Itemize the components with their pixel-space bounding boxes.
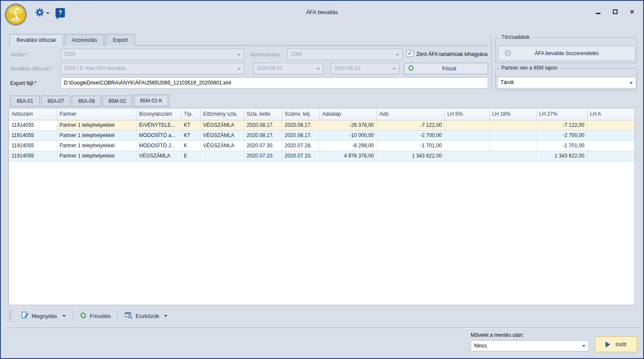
partner-nev-combo[interactable]: Tárolt	[497, 77, 636, 88]
cell-szamv-telj[interactable]: 2020.08.17.	[282, 130, 319, 140]
cell-lha[interactable]	[587, 140, 635, 151]
table-row[interactable]: 11914055 Partner 1 telephelyekkel MÓDOSÍ…	[9, 130, 635, 140]
table-row[interactable]: 11914055 Partner 1 telephelyekkel MÓDOSÍ…	[9, 140, 635, 151]
cell-adoalap[interactable]: -10 000,00	[319, 130, 377, 140]
cell-adoszam[interactable]: 11914055	[9, 120, 57, 130]
cell-elozmeny-szla[interactable]: VÉGSZÁMLA	[200, 140, 244, 151]
cell-lh18[interactable]	[489, 140, 536, 151]
cell-lh18[interactable]	[489, 130, 536, 140]
cell-lh27[interactable]: -1 701,00	[536, 140, 587, 151]
cell-lh5[interactable]	[445, 130, 489, 140]
col-header-elozmeny-szla[interactable]: Előzmény szla.	[200, 108, 244, 120]
minimize-button[interactable]	[594, 7, 601, 16]
megnyitas-button[interactable]: Megnyitás	[16, 309, 71, 323]
tab-65m-02[interactable]: 65M-02	[102, 96, 132, 107]
cell-lha[interactable]	[587, 151, 635, 161]
cell-adoalap[interactable]: -26 378,00	[319, 120, 377, 130]
col-header-adoalap[interactable]: Adóalap	[319, 108, 377, 120]
cell-ado[interactable]: -7 122,00	[377, 120, 445, 130]
zero-afa-checkbox-label[interactable]: Zéró ÁFA tartalmúak kihagyása	[416, 51, 488, 57]
cell-partner[interactable]: Partner 1 telephelyekkel	[57, 130, 136, 140]
col-header-lh27[interactable]: LH 27%	[536, 108, 587, 120]
cell-szla-kelte[interactable]: 2020.07.30.	[244, 140, 282, 151]
table-row[interactable]: 11914055 Partner 1 telephelyekkel VÉGSZÁ…	[9, 151, 635, 161]
toolbar-grip-handle[interactable]	[9, 310, 12, 322]
cell-bizonylatszam[interactable]: MÓDOSÍTÓ a...	[136, 130, 181, 140]
close-button[interactable]: ×	[629, 7, 635, 16]
cell-lh5[interactable]	[445, 151, 489, 161]
cell-bizonylatszam[interactable]: ÉrVÉNYTELE...	[136, 120, 181, 130]
cell-tip[interactable]: KT	[181, 130, 200, 140]
cell-szla-kelte[interactable]: 2020.08.17.	[244, 120, 282, 130]
cell-szamv-telj[interactable]: 2020.07.28.	[282, 140, 319, 151]
col-header-bizonylatszam[interactable]: Bizonylatszám	[136, 108, 181, 120]
date-to-combo[interactable]: 2020.08.31.	[331, 63, 399, 74]
tab-bevallasi-idoszak[interactable]: Bevallási időszak	[9, 34, 63, 46]
eszkozok-button[interactable]: Eszközök	[120, 309, 173, 323]
col-header-szla-kelte[interactable]: Szla. kelte	[244, 108, 282, 120]
tab-65a-01[interactable]: 65A-01	[10, 96, 40, 107]
cell-tip[interactable]: KT	[181, 120, 200, 130]
cell-ado[interactable]: -2 700,00	[377, 130, 445, 140]
col-header-partner[interactable]: Partner	[57, 108, 136, 120]
cell-bizonylatszam[interactable]: VÉGSZÁMLA	[136, 151, 181, 161]
cell-elozmeny-szla[interactable]: VÉGSZÁMLA	[200, 130, 244, 140]
nyomtatvany-combo[interactable]: 2065	[287, 49, 403, 60]
tab-65a-07[interactable]: 65A-07	[41, 96, 70, 107]
cell-lh18[interactable]	[489, 151, 536, 161]
col-header-szamv-telj[interactable]: Számv. telj.	[282, 108, 319, 120]
cell-tip[interactable]: E	[181, 151, 200, 161]
cell-ado[interactable]: 1 343 622,00	[377, 151, 445, 161]
cell-lha[interactable]	[587, 130, 635, 140]
cell-szamv-telj[interactable]: 2020.07.10.	[282, 151, 319, 161]
frissites-button[interactable]: Frissítés	[75, 309, 116, 323]
app-logo-icon[interactable]	[4, 3, 27, 26]
col-header-tip[interactable]: Típ.	[181, 108, 200, 120]
muvelet-combo[interactable]: Nincs	[471, 340, 589, 351]
cell-partner[interactable]: Partner 1 telephelyekkel	[57, 140, 136, 151]
cell-szla-kelte[interactable]: 2020.08.17.	[244, 130, 282, 140]
cell-adoszam[interactable]: 11914055	[9, 130, 57, 140]
tab-export[interactable]: Export	[105, 34, 135, 46]
cell-elozmeny-szla[interactable]	[200, 151, 244, 161]
cell-lh27[interactable]: -7 122,00	[536, 120, 587, 130]
cell-elozmeny-szla[interactable]: VÉGSZÁMLA	[200, 120, 244, 130]
cell-adoszam[interactable]: 11914055	[9, 140, 57, 151]
frissit-button[interactable]: Frissít	[404, 63, 488, 74]
cell-lh5[interactable]	[445, 120, 489, 130]
indit-button[interactable]: Indít	[595, 336, 637, 352]
cell-adoalap[interactable]: 4 976 378,00	[319, 151, 377, 161]
col-header-ado[interactable]: Adó	[377, 108, 445, 120]
export-fajl-input[interactable]: D:\GoogleDrive\COBRA\ÁNYK\ÁFA\2565\2065_…	[61, 77, 488, 89]
cell-tip[interactable]: K	[181, 140, 200, 151]
cell-bizonylatszam[interactable]: MÓDOSÍTÓ J...	[136, 140, 181, 151]
cell-szamv-telj[interactable]: 2020.08.17.	[282, 120, 319, 130]
tab-65m-02-k[interactable]: 65M-02-K	[133, 94, 169, 107]
col-header-adoszam[interactable]: Adószám	[9, 108, 57, 120]
cell-ado[interactable]: -1 701,00	[377, 140, 445, 151]
cell-lha[interactable]	[587, 120, 635, 130]
col-header-lha[interactable]: LH A	[587, 108, 635, 120]
cell-adoalap[interactable]: -6 299,00	[319, 140, 377, 151]
maximize-button[interactable]	[612, 7, 618, 16]
cell-adoszam[interactable]: 11914055	[9, 151, 57, 161]
settings-menu-button[interactable]	[35, 8, 50, 18]
bevallasi-idoszak-combo[interactable]: 2020 / 8. havi ÁFA bevallás	[61, 63, 244, 74]
cell-lh18[interactable]	[489, 120, 536, 130]
cell-lh5[interactable]	[445, 140, 489, 151]
afa-osszerendeles-button[interactable]: ÁFA bevallás összerendelés	[498, 46, 635, 61]
help-button[interactable]: ?	[56, 8, 65, 18]
cell-lh27[interactable]: -2 700,00	[536, 130, 587, 140]
table-row[interactable]: 11914055 Partner 1 telephelyekkel ÉrVÉNY…	[9, 120, 635, 130]
cell-partner[interactable]: Partner 1 telephelyekkel	[57, 120, 136, 130]
cell-szla-kelte[interactable]: 2020.07.10.	[244, 151, 282, 161]
col-header-lh5[interactable]: LH 5%	[445, 108, 489, 120]
col-header-lh18[interactable]: LH 18%	[489, 108, 536, 120]
cell-partner[interactable]: Partner 1 telephelyekkel	[57, 151, 136, 161]
cell-lh27[interactable]: 1 343 622,00	[536, 151, 587, 161]
date-from-combo[interactable]: 2020.08.01.	[253, 63, 323, 74]
adoev-combo[interactable]: 2020	[61, 49, 244, 60]
tab-azonositas[interactable]: Azonosítás	[64, 34, 104, 46]
zero-afa-checkbox[interactable]: ✓	[407, 50, 413, 57]
tab-65a-08[interactable]: 65A-08	[72, 96, 101, 107]
